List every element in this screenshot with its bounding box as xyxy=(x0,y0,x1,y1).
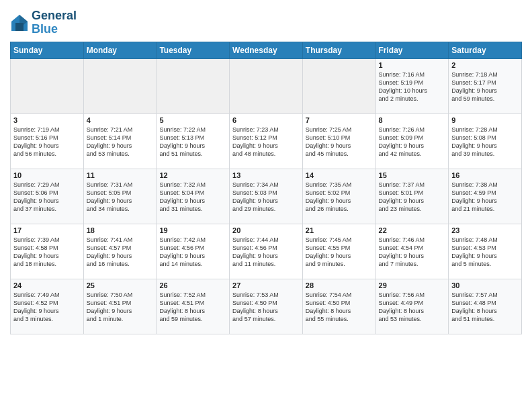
day-info: Sunrise: 7:50 AM Sunset: 4:51 PM Dayligh… xyxy=(87,291,154,324)
calendar-week-1: 1Sunrise: 7:16 AM Sunset: 5:19 PM Daylig… xyxy=(11,58,522,113)
day-info: Sunrise: 7:54 AM Sunset: 4:50 PM Dayligh… xyxy=(306,291,373,324)
calendar-cell: 4Sunrise: 7:21 AM Sunset: 5:14 PM Daylig… xyxy=(83,113,157,169)
day-number: 19 xyxy=(159,226,226,234)
calendar-cell: 20Sunrise: 7:44 AM Sunset: 4:56 PM Dayli… xyxy=(230,224,303,279)
day-number: 20 xyxy=(232,226,300,234)
day-number: 6 xyxy=(232,116,300,124)
day-info: Sunrise: 7:34 AM Sunset: 5:03 PM Dayligh… xyxy=(232,181,300,214)
day-info: Sunrise: 7:57 AM Sunset: 4:48 PM Dayligh… xyxy=(451,291,519,324)
day-info: Sunrise: 7:19 AM Sunset: 5:16 PM Dayligh… xyxy=(13,126,81,158)
calendar-cell: 22Sunrise: 7:46 AM Sunset: 4:54 PM Dayli… xyxy=(375,224,449,279)
calendar-cell: 7Sunrise: 7:25 AM Sunset: 5:10 PM Daylig… xyxy=(302,113,375,169)
calendar-cell: 17Sunrise: 7:39 AM Sunset: 4:58 PM Dayli… xyxy=(11,224,84,279)
calendar-week-3: 10Sunrise: 7:29 AM Sunset: 5:06 PM Dayli… xyxy=(11,169,522,224)
day-info: Sunrise: 7:35 AM Sunset: 5:02 PM Dayligh… xyxy=(306,181,373,214)
day-number: 30 xyxy=(451,281,519,289)
calendar-cell: 14Sunrise: 7:35 AM Sunset: 5:02 PM Dayli… xyxy=(302,169,375,224)
day-info: Sunrise: 7:48 AM Sunset: 4:53 PM Dayligh… xyxy=(451,236,519,269)
day-info: Sunrise: 7:46 AM Sunset: 4:54 PM Dayligh… xyxy=(379,236,446,269)
calendar-cell: 1Sunrise: 7:16 AM Sunset: 5:19 PM Daylig… xyxy=(375,58,449,113)
day-info: Sunrise: 7:31 AM Sunset: 5:05 PM Dayligh… xyxy=(87,181,154,214)
calendar-cell: 29Sunrise: 7:56 AM Sunset: 4:49 PM Dayli… xyxy=(375,279,449,334)
day-info: Sunrise: 7:25 AM Sunset: 5:10 PM Dayligh… xyxy=(306,126,373,158)
day-number: 25 xyxy=(87,281,154,289)
day-number: 9 xyxy=(451,116,519,124)
calendar-cell: 10Sunrise: 7:29 AM Sunset: 5:06 PM Dayli… xyxy=(11,169,84,224)
calendar-cell: 21Sunrise: 7:45 AM Sunset: 4:55 PM Dayli… xyxy=(302,224,375,279)
day-number: 11 xyxy=(87,171,154,179)
calendar-cell xyxy=(11,58,84,113)
calendar-cell: 25Sunrise: 7:50 AM Sunset: 4:51 PM Dayli… xyxy=(83,279,157,334)
day-info: Sunrise: 7:38 AM Sunset: 4:59 PM Dayligh… xyxy=(451,181,519,214)
calendar-cell: 28Sunrise: 7:54 AM Sunset: 4:50 PM Dayli… xyxy=(302,279,375,334)
day-number: 26 xyxy=(159,281,226,289)
day-number: 29 xyxy=(379,281,446,289)
calendar-cell: 6Sunrise: 7:23 AM Sunset: 5:12 PM Daylig… xyxy=(230,113,303,169)
day-number: 16 xyxy=(451,171,519,179)
calendar-cell: 3Sunrise: 7:19 AM Sunset: 5:16 PM Daylig… xyxy=(11,113,84,169)
calendar-cell xyxy=(302,58,375,113)
calendar-cell: 13Sunrise: 7:34 AM Sunset: 5:03 PM Dayli… xyxy=(230,169,303,224)
day-info: Sunrise: 7:37 AM Sunset: 5:01 PM Dayligh… xyxy=(379,181,446,214)
day-info: Sunrise: 7:21 AM Sunset: 5:14 PM Dayligh… xyxy=(87,126,154,158)
day-number: 28 xyxy=(306,281,373,289)
calendar-cell: 5Sunrise: 7:22 AM Sunset: 5:13 PM Daylig… xyxy=(157,113,230,169)
calendar-cell xyxy=(83,58,157,113)
day-number: 8 xyxy=(379,116,446,124)
day-info: Sunrise: 7:23 AM Sunset: 5:12 PM Dayligh… xyxy=(232,126,300,158)
weekday-header-thursday: Thursday xyxy=(302,42,375,58)
calendar-cell xyxy=(157,58,230,113)
day-number: 24 xyxy=(13,281,81,289)
page-container: General Blue SundayMondayTuesdayWednesda… xyxy=(0,0,532,338)
calendar-week-2: 3Sunrise: 7:19 AM Sunset: 5:16 PM Daylig… xyxy=(11,113,522,169)
calendar-table: SundayMondayTuesdayWednesdayThursdayFrid… xyxy=(10,42,522,334)
day-info: Sunrise: 7:44 AM Sunset: 4:56 PM Dayligh… xyxy=(232,236,300,269)
calendar-cell: 19Sunrise: 7:42 AM Sunset: 4:56 PM Dayli… xyxy=(157,224,230,279)
calendar-cell: 8Sunrise: 7:26 AM Sunset: 5:09 PM Daylig… xyxy=(375,113,449,169)
logo-icon xyxy=(10,13,29,32)
day-number: 21 xyxy=(306,226,373,234)
calendar-cell: 27Sunrise: 7:53 AM Sunset: 4:50 PM Dayli… xyxy=(230,279,303,334)
day-number: 4 xyxy=(87,116,154,124)
weekday-header-monday: Monday xyxy=(83,42,157,58)
calendar-cell: 16Sunrise: 7:38 AM Sunset: 4:59 PM Dayli… xyxy=(449,169,522,224)
day-info: Sunrise: 7:53 AM Sunset: 4:50 PM Dayligh… xyxy=(232,291,300,324)
day-number: 22 xyxy=(379,226,446,234)
logo: General Blue xyxy=(10,9,77,36)
calendar-cell xyxy=(230,58,303,113)
svg-rect-2 xyxy=(15,23,24,31)
weekday-header-tuesday: Tuesday xyxy=(157,42,230,58)
calendar-week-5: 24Sunrise: 7:49 AM Sunset: 4:52 PM Dayli… xyxy=(11,279,522,334)
day-number: 12 xyxy=(159,171,226,179)
day-number: 5 xyxy=(159,116,226,124)
day-number: 18 xyxy=(87,226,154,234)
day-info: Sunrise: 7:41 AM Sunset: 4:57 PM Dayligh… xyxy=(87,236,154,269)
calendar-cell: 15Sunrise: 7:37 AM Sunset: 5:01 PM Dayli… xyxy=(375,169,449,224)
day-number: 14 xyxy=(306,171,373,179)
day-info: Sunrise: 7:39 AM Sunset: 4:58 PM Dayligh… xyxy=(13,236,81,269)
day-info: Sunrise: 7:26 AM Sunset: 5:09 PM Dayligh… xyxy=(379,126,446,158)
calendar-cell: 11Sunrise: 7:31 AM Sunset: 5:05 PM Dayli… xyxy=(83,169,157,224)
calendar-cell: 23Sunrise: 7:48 AM Sunset: 4:53 PM Dayli… xyxy=(449,224,522,279)
weekday-header-wednesday: Wednesday xyxy=(230,42,303,58)
header: General Blue xyxy=(10,7,522,36)
day-info: Sunrise: 7:29 AM Sunset: 5:06 PM Dayligh… xyxy=(13,181,81,214)
day-number: 3 xyxy=(13,116,81,124)
calendar-cell: 9Sunrise: 7:28 AM Sunset: 5:08 PM Daylig… xyxy=(449,113,522,169)
calendar-cell: 24Sunrise: 7:49 AM Sunset: 4:52 PM Dayli… xyxy=(11,279,84,334)
day-info: Sunrise: 7:18 AM Sunset: 5:17 PM Dayligh… xyxy=(451,71,519,103)
weekday-header-friday: Friday xyxy=(375,42,449,58)
calendar-cell: 30Sunrise: 7:57 AM Sunset: 4:48 PM Dayli… xyxy=(449,279,522,334)
day-number: 7 xyxy=(306,116,373,124)
day-number: 23 xyxy=(451,226,519,234)
logo-text: General Blue xyxy=(32,9,77,36)
calendar-cell: 26Sunrise: 7:52 AM Sunset: 4:51 PM Dayli… xyxy=(157,279,230,334)
day-info: Sunrise: 7:22 AM Sunset: 5:13 PM Dayligh… xyxy=(159,126,226,158)
day-info: Sunrise: 7:56 AM Sunset: 4:49 PM Dayligh… xyxy=(379,291,446,324)
day-info: Sunrise: 7:16 AM Sunset: 5:19 PM Dayligh… xyxy=(379,71,446,103)
calendar-cell: 18Sunrise: 7:41 AM Sunset: 4:57 PM Dayli… xyxy=(83,224,157,279)
day-info: Sunrise: 7:52 AM Sunset: 4:51 PM Dayligh… xyxy=(159,291,226,324)
calendar-cell: 2Sunrise: 7:18 AM Sunset: 5:17 PM Daylig… xyxy=(449,58,522,113)
day-number: 17 xyxy=(13,226,81,234)
day-info: Sunrise: 7:49 AM Sunset: 4:52 PM Dayligh… xyxy=(13,291,81,324)
